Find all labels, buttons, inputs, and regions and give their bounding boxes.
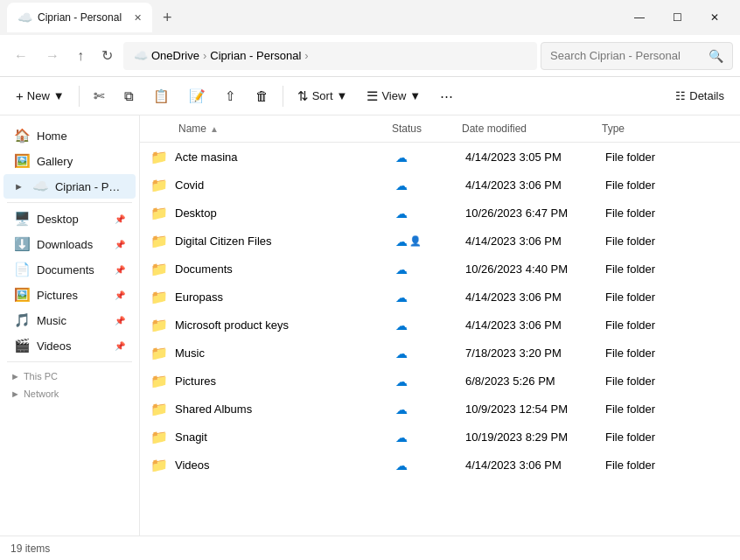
forward-button[interactable]: → — [38, 43, 66, 69]
sort-button[interactable]: ⇅ Sort ▼ — [289, 83, 357, 109]
table-row[interactable]: 📁 Acte masina ☁ 4/14/2023 3:05 PM File f… — [143, 144, 737, 171]
breadcrumb[interactable]: ☁️ OneDrive › Ciprian - Personal › — [123, 42, 537, 70]
cut-button[interactable]: ✄ — [85, 83, 114, 109]
file-name: Covid — [175, 178, 204, 192]
sidebar-divider-2 — [7, 361, 132, 362]
cloud-icon: ☁ — [395, 178, 408, 192]
pin-icon: 📌 — [115, 240, 125, 249]
table-row[interactable]: 📁 Digital Citizen Files ☁👤 4/14/2023 3:0… — [143, 228, 737, 255]
sidebar-item-downloads[interactable]: ⬇️ Downloads 📌 — [3, 232, 136, 256]
search-box[interactable]: 🔍 — [541, 42, 733, 70]
sidebar: 🏠 Home 🖼️ Gallery ► ☁️ Ciprian - Persona… — [0, 116, 140, 536]
table-row[interactable]: 📁 Pictures ☁ 6/8/2023 5:26 PM File folde… — [143, 368, 737, 395]
column-name-label: Name — [178, 122, 206, 135]
file-status-cell: ☁ — [388, 203, 458, 224]
expand-icon[interactable]: ► — [10, 371, 20, 382]
table-row[interactable]: 📁 Music ☁ 7/18/2023 3:20 PM File folder — [143, 340, 737, 367]
view-button[interactable]: ☰ View ▼ — [358, 83, 429, 109]
file-name: Music — [175, 346, 205, 360]
maximize-button[interactable]: ☐ — [659, 0, 696, 35]
sidebar-item-desktop[interactable]: 🖥️ Desktop 📌 — [3, 206, 136, 231]
column-date-label: Date modified — [462, 122, 527, 135]
cloud-icon: ☁ — [395, 318, 408, 332]
breadcrumb-ciprian[interactable]: Ciprian - Personal — [210, 49, 301, 62]
file-date-cell: 10/19/2023 8:29 PM — [458, 427, 598, 447]
navbar: ← → ↑ ↻ ☁️ OneDrive › Ciprian - Personal… — [0, 35, 740, 77]
toolbar-separator-2 — [283, 86, 283, 107]
details-icon: ☷ — [675, 89, 686, 102]
sidebar-item-label: Ciprian - Personal — [55, 180, 125, 193]
expand-icon[interactable]: ► — [10, 388, 20, 399]
folder-icon: 📁 — [150, 149, 168, 165]
file-type-cell: File folder — [598, 147, 737, 167]
new-label: New — [27, 89, 50, 102]
search-input[interactable] — [550, 49, 709, 62]
file-name-cell: 📁 Music — [143, 341, 388, 365]
column-name[interactable]: Name ▲ — [140, 119, 385, 138]
sidebar-item-videos[interactable]: 🎬 Videos 📌 — [3, 333, 136, 358]
folder-icon: 📁 — [150, 317, 168, 333]
gallery-icon: 🖼️ — [14, 153, 30, 169]
more-button[interactable]: ⋯ — [431, 83, 462, 109]
up-button[interactable]: ↑ — [70, 43, 91, 69]
table-row[interactable]: 📁 Documents ☁ 10/26/2023 4:40 PM File fo… — [143, 256, 737, 283]
share-icon: ⇧ — [225, 88, 236, 104]
file-status-cell: ☁ — [388, 343, 458, 364]
file-date-cell: 6/8/2023 5:26 PM — [458, 371, 598, 391]
table-row[interactable]: 📁 Covid ☁ 4/14/2023 3:06 PM File folder — [143, 172, 737, 199]
toolbar-separator-1 — [79, 86, 80, 107]
file-name: Desktop — [175, 206, 217, 220]
file-type-cell: File folder — [598, 175, 737, 195]
table-row[interactable]: 📁 Europass ☁ 4/14/2023 3:06 PM File fold… — [143, 284, 737, 311]
file-name: Acte masina — [175, 150, 238, 164]
sidebar-section-thispc[interactable]: ► This PC — [0, 366, 139, 383]
sidebar-item-home[interactable]: 🏠 Home — [3, 123, 136, 148]
file-type-cell: File folder — [598, 455, 737, 475]
column-type[interactable]: Type — [595, 119, 740, 138]
sidebar-item-ciprian[interactable]: ► ☁️ Ciprian - Personal — [3, 174, 136, 199]
paste-button[interactable]: 📋 — [144, 83, 178, 109]
copy-button[interactable]: ⧉ — [115, 83, 143, 109]
details-button[interactable]: ☷ Details — [667, 84, 733, 108]
table-row[interactable]: 📁 Videos ☁ 4/14/2023 3:06 PM File folder — [143, 452, 737, 479]
window-controls: — ☐ ✕ — [620, 0, 733, 35]
file-status-cell: ☁ — [388, 287, 458, 308]
file-status-cell: ☁ — [388, 175, 458, 196]
folder-icon: 📁 — [150, 289, 168, 305]
column-type-label: Type — [602, 122, 625, 135]
sidebar-item-music[interactable]: 🎵 Music 📌 — [3, 308, 136, 332]
rename-button[interactable]: 📝 — [180, 83, 214, 109]
minimize-button[interactable]: — — [620, 0, 659, 35]
new-button[interactable]: + New ▼ — [7, 83, 73, 108]
sidebar-section-network[interactable]: ► Network — [0, 383, 139, 401]
column-status[interactable]: Status — [385, 119, 455, 138]
file-name-cell: 📁 Digital Citizen Files — [143, 229, 388, 253]
back-button[interactable]: ← — [7, 43, 35, 69]
table-row[interactable]: 📁 Shared Albums ☁ 10/9/2023 12:54 PM Fil… — [143, 396, 737, 423]
share-button[interactable]: ⇧ — [216, 83, 245, 109]
videos-icon: 🎬 — [14, 338, 30, 354]
table-row[interactable]: 📁 Desktop ☁ 10/26/2023 6:47 PM File fold… — [143, 200, 737, 227]
new-tab-button[interactable]: + — [156, 5, 179, 31]
table-row[interactable]: 📁 Microsoft product keys ☁ 4/14/2023 3:0… — [143, 312, 737, 339]
delete-button[interactable]: 🗑 — [247, 83, 277, 108]
sidebar-item-pictures[interactable]: 🖼️ Pictures 📌 — [3, 283, 136, 307]
column-date[interactable]: Date modified — [455, 119, 595, 138]
sidebar-item-documents[interactable]: 📄 Documents 📌 — [3, 257, 136, 282]
titlebar: ☁️ Ciprian - Personal ✕ + — ☐ ✕ — [0, 0, 740, 35]
sidebar-item-gallery[interactable]: 🖼️ Gallery — [3, 149, 136, 173]
sidebar-item-label: Music — [37, 314, 108, 327]
pin-icon: 📌 — [115, 341, 125, 351]
search-icon[interactable]: 🔍 — [709, 49, 723, 63]
table-row[interactable]: 📁 Snagit ☁ 10/19/2023 8:29 PM File folde… — [143, 424, 737, 451]
breadcrumb-onedrive[interactable]: OneDrive — [151, 49, 199, 62]
tab-close-button[interactable]: ✕ — [134, 12, 142, 24]
file-name: Videos — [175, 458, 210, 472]
cloud-icon: ☁ — [395, 346, 408, 360]
close-button[interactable]: ✕ — [696, 0, 733, 35]
pin-icon: 📌 — [115, 316, 125, 326]
network-label: Network — [24, 388, 59, 399]
active-tab[interactable]: ☁️ Ciprian - Personal ✕ — [7, 3, 152, 32]
new-dropdown-icon: ▼ — [53, 89, 65, 102]
refresh-button[interactable]: ↻ — [94, 42, 120, 69]
